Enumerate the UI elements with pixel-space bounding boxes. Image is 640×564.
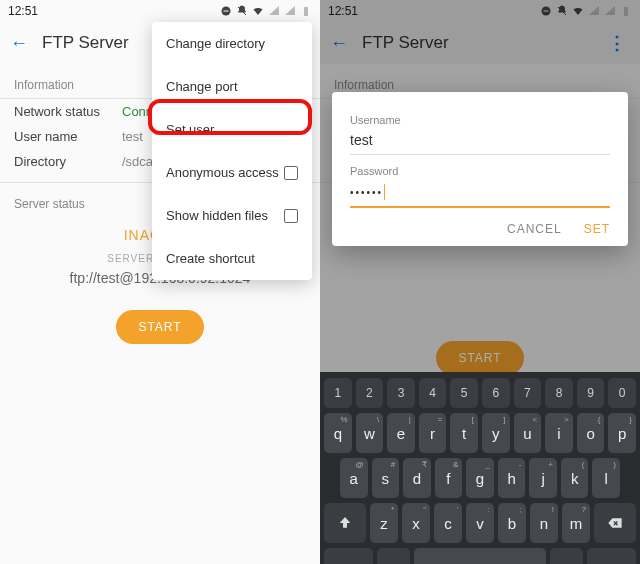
key-superscript: ' [456,505,458,514]
key-superscript: < [533,415,538,424]
password-label: Password [350,165,610,177]
status-time: 12:51 [8,4,38,18]
key-m[interactable]: m? [562,503,590,543]
key-g[interactable]: g_ [466,458,494,498]
signal2-icon [284,5,296,17]
overflow-menu: Change directory Change port Set user An… [152,22,312,280]
shift-icon [337,515,353,531]
key-k[interactable]: k( [561,458,589,498]
key-z[interactable]: z* [370,503,398,543]
username-key: User name [14,129,122,144]
key-superscript: } [629,415,632,424]
key-l[interactable]: l) [592,458,620,498]
username-field-value: test [350,132,373,148]
key-q[interactable]: q% [324,413,352,453]
key-8[interactable]: 8 [545,378,573,408]
key-x[interactable]: x" [402,503,430,543]
key-i[interactable]: i> [545,413,573,453]
menu-item-label: Change directory [166,36,265,51]
menu-change-directory[interactable]: Change directory [152,22,312,65]
key-superscript: { [598,415,601,424]
key-t[interactable]: t[ [450,413,478,453]
key-y[interactable]: y] [482,413,510,453]
key-superscript: % [341,415,348,424]
key-r[interactable]: r= [419,413,447,453]
key-7[interactable]: 7 [514,378,542,408]
start-button[interactable]: START [116,310,203,344]
key-f[interactable]: f& [435,458,463,498]
key-3[interactable]: 3 [387,378,415,408]
menu-show-hidden-files[interactable]: Show hidden files [152,194,312,237]
key-superscript: ) [613,460,616,469]
key-v[interactable]: v: [466,503,494,543]
key-superscript: = [438,415,443,424]
username-field[interactable]: test [350,126,610,155]
cancel-button[interactable]: CANCEL [507,222,562,236]
key-o[interactable]: o{ [577,413,605,453]
key-row-2: a@s#d₹f&g_h-j+k(l) [324,458,636,498]
key-shift[interactable] [324,503,366,543]
key-p[interactable]: p} [608,413,636,453]
set-button[interactable]: SET [584,222,610,236]
key-superscript: ; [520,505,522,514]
key-n[interactable]: n! [530,503,558,543]
dnd-icon [220,5,232,17]
text-cursor [384,184,385,200]
key-period[interactable]: . [550,548,583,564]
key-backspace[interactable] [594,503,636,543]
menu-item-label: Anonymous access [166,165,279,180]
backspace-icon [607,515,623,531]
key-row-numbers: 1234567890 [324,378,636,408]
key-h[interactable]: h- [498,458,526,498]
key-d[interactable]: d₹ [403,458,431,498]
svg-rect-2 [304,7,308,16]
key-s[interactable]: s# [372,458,400,498]
dialog-actions: CANCEL SET [350,222,610,236]
key-j[interactable]: j+ [529,458,557,498]
key-u[interactable]: u< [514,413,542,453]
checkbox-icon[interactable] [284,166,298,180]
key-superscript: ( [582,460,585,469]
key-superscript: | [409,415,411,424]
key-enter[interactable] [587,548,636,564]
key-superscript: " [423,505,426,514]
menu-change-port[interactable]: Change port [152,65,312,108]
key-4[interactable]: 4 [419,378,447,408]
key-space[interactable] [414,548,546,564]
key-1[interactable]: 1 [324,378,352,408]
key-6[interactable]: 6 [482,378,510,408]
key-superscript: # [391,460,395,469]
key-comma[interactable]: , [377,548,410,564]
menu-item-label: Show hidden files [166,208,268,223]
username-label: Username [350,114,610,126]
menu-set-user[interactable]: Set user [152,108,312,151]
key-b[interactable]: b; [498,503,526,543]
svg-rect-1 [224,11,229,12]
checkbox-icon[interactable] [284,209,298,223]
key-9[interactable]: 9 [577,378,605,408]
enter-icon [603,560,619,564]
key-superscript: _ [485,460,489,469]
menu-anonymous-access[interactable]: Anonymous access [152,151,312,194]
key-2[interactable]: 2 [356,378,384,408]
key-superscript: + [548,460,553,469]
key-e[interactable]: e| [387,413,415,453]
key-superscript: & [453,460,458,469]
key-superscript: ] [503,415,505,424]
key-0[interactable]: 0 [608,378,636,408]
key-a[interactable]: a@ [340,458,368,498]
key-symbols[interactable]: ?123 [324,548,373,564]
status-icons [220,5,312,17]
directory-key: Directory [14,154,122,169]
menu-create-shortcut[interactable]: Create shortcut [152,237,312,280]
key-superscript: [ [472,415,474,424]
phone-left: 12:51 ← FTP Server Information Network s… [0,0,320,564]
key-superscript: - [519,460,522,469]
back-button[interactable]: ← [10,33,28,54]
key-5[interactable]: 5 [450,378,478,408]
wifi-icon [252,5,264,17]
key-w[interactable]: w\ [356,413,384,453]
key-c[interactable]: c' [434,503,462,543]
key-superscript: ₹ [422,460,427,469]
password-field[interactable]: •••••• [350,177,610,208]
